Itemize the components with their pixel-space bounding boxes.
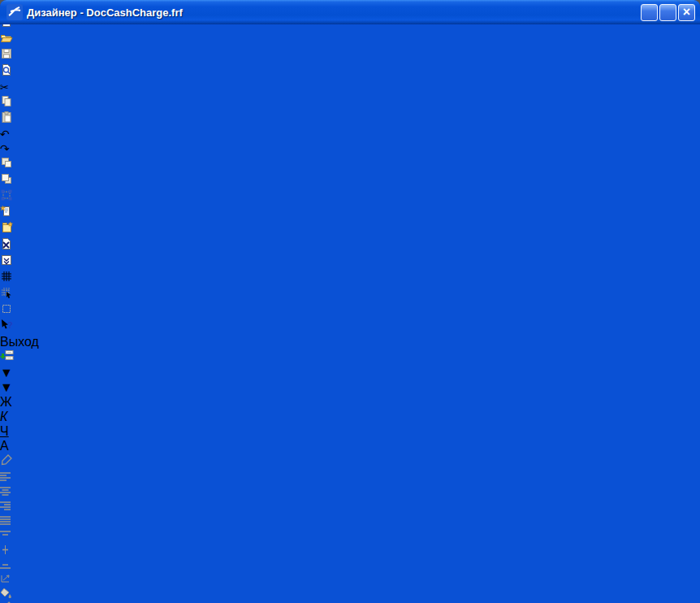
svg-text:?: ?: [7, 320, 13, 330]
delete-page-icon: [0, 237, 13, 250]
font-size-combo[interactable]: ▼: [0, 380, 37, 395]
redo-icon: ↷: [0, 142, 10, 155]
grid-icon: [0, 270, 13, 283]
align-center-icon: [0, 487, 11, 496]
object-inspector-button[interactable]: [0, 349, 700, 366]
cut-button[interactable]: ✂: [0, 80, 700, 94]
grid-button[interactable]: [0, 270, 700, 286]
window-body: Файл Правка Сервис ? ✂ ↶ ↷: [0, 0, 700, 603]
redo-button[interactable]: ↷: [0, 141, 700, 156]
highlight-button[interactable]: [0, 453, 700, 470]
open-report-icon: [0, 31, 13, 44]
bold-button[interactable]: Ж: [0, 395, 700, 410]
align-justify-button[interactable]: [0, 514, 700, 528]
fill-color-icon: [0, 587, 13, 598]
undo-button[interactable]: ↶: [0, 127, 700, 141]
save-report-button[interactable]: [0, 47, 700, 63]
close-button[interactable]: ×: [678, 4, 695, 21]
help-pointer-icon: ?: [0, 319, 15, 332]
font-color-icon: А: [0, 439, 9, 453]
cut-icon: ✂: [0, 81, 9, 93]
app-window: Дизайнер - DocCashCharge.frf × Файл Прав…: [0, 0, 700, 603]
valign-bottom-icon: [0, 560, 11, 569]
align-to-grid-icon: [0, 302, 13, 315]
align-center-button[interactable]: [0, 484, 700, 499]
save-report-icon: [0, 47, 13, 60]
align-right-button[interactable]: [0, 499, 700, 514]
select-all-button[interactable]: [0, 189, 700, 205]
italic-icon: К: [0, 410, 7, 423]
select-all-icon: [0, 189, 13, 202]
underline-icon: Ч: [0, 424, 9, 438]
snap-to-grid-icon: [0, 286, 13, 299]
paste-button[interactable]: [0, 111, 700, 127]
underline-button[interactable]: Ч: [0, 424, 700, 439]
chevron-down-icon[interactable]: ▼: [0, 366, 13, 380]
copy-button[interactable]: [0, 94, 700, 111]
chevron-down-icon[interactable]: ▼: [0, 380, 13, 394]
italic-button[interactable]: К: [0, 410, 700, 424]
bold-icon: Ж: [0, 395, 12, 409]
main-toolbar: ✂ ↶ ↷ ? Выход: [0, 15, 700, 366]
close-icon: ×: [683, 5, 690, 20]
preview-button[interactable]: [0, 63, 700, 80]
titlebar: Дизайнер - DocCashCharge.frf ×: [0, 0, 700, 24]
font-name-combo[interactable]: ▼: [0, 366, 138, 380]
highlight-pencil-icon: [0, 453, 13, 466]
text-rotation-button[interactable]: [0, 572, 700, 587]
new-band-button[interactable]: [0, 205, 700, 221]
copy-icon: [0, 94, 13, 107]
valign-top-button[interactable]: [0, 528, 700, 543]
fastreport-app-icon: [6, 4, 23, 20]
align-justify-icon: [0, 516, 11, 525]
help-pointer-button[interactable]: ?: [0, 319, 700, 335]
valign-bottom-button[interactable]: [0, 557, 700, 572]
page-options-button[interactable]: [0, 254, 700, 270]
minimize-button[interactable]: [641, 4, 658, 21]
align-to-grid-button[interactable]: [0, 302, 700, 319]
open-report-button[interactable]: [0, 31, 700, 47]
bring-to-front-button[interactable]: [0, 156, 700, 172]
snap-to-grid-button[interactable]: [0, 286, 700, 302]
align-left-icon: [0, 472, 11, 481]
new-page-button[interactable]: [0, 221, 700, 237]
exit-button[interactable]: Выход: [0, 335, 700, 349]
new-page-icon: [0, 221, 13, 234]
align-left-button[interactable]: [0, 470, 700, 484]
maximize-button[interactable]: [659, 4, 676, 21]
text-rotation-icon: [0, 573, 12, 583]
window-title: Дизайнер - DocCashCharge.frf: [27, 7, 639, 19]
send-to-back-icon: [0, 172, 13, 185]
send-to-back-button[interactable]: [0, 172, 700, 189]
object-inspector-icon: [0, 349, 15, 362]
font-color-button[interactable]: А: [0, 439, 700, 453]
valign-middle-button[interactable]: [0, 543, 700, 557]
new-band-icon: [0, 205, 13, 218]
page-options-icon: [0, 254, 13, 267]
paste-icon: [0, 111, 13, 124]
fill-color-button[interactable]: [0, 587, 700, 601]
format-toolbar: ▼ ▼ Ж К Ч А: [0, 366, 700, 603]
valign-top-icon: [0, 531, 11, 540]
valign-middle-icon: [0, 545, 11, 554]
preview-icon: [0, 63, 13, 76]
bring-to-front-icon: [0, 156, 13, 169]
delete-page-button[interactable]: [0, 237, 700, 254]
align-right-icon: [0, 501, 11, 510]
undo-icon: ↶: [0, 128, 10, 141]
